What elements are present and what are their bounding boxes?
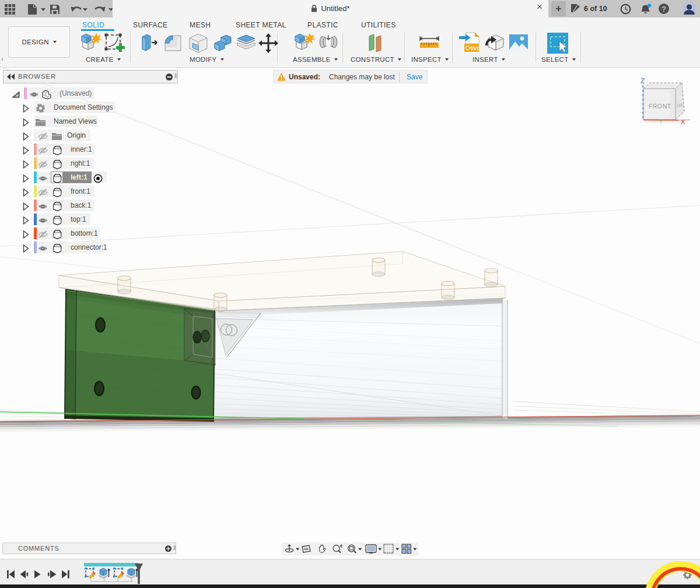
svg-text:LEF: LEF: [677, 103, 683, 107]
svg-text:FRONT: FRONT: [649, 103, 671, 110]
svg-text:Z: Z: [640, 77, 645, 85]
svg-text:X: X: [681, 118, 685, 125]
